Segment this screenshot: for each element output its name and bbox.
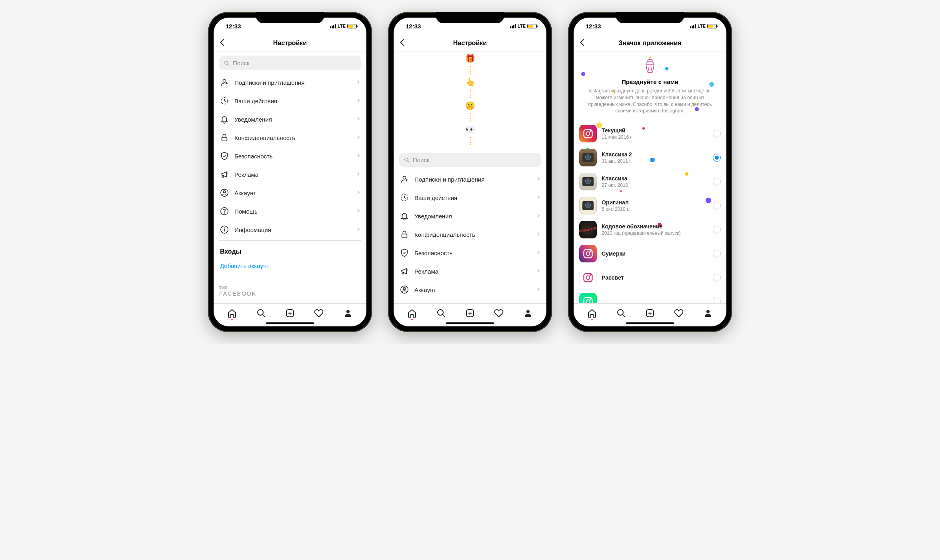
bottom-nav xyxy=(214,303,366,322)
radio-button[interactable] xyxy=(713,298,721,303)
svg-line-15 xyxy=(262,314,265,317)
back-button[interactable] xyxy=(399,38,405,48)
icon-info: Текущий11 мая 2016 г. xyxy=(602,127,708,140)
nav-heart-icon[interactable] xyxy=(674,308,684,318)
menu-item-shield[interactable]: Безопасность xyxy=(219,147,361,165)
search-input[interactable]: Поиск xyxy=(399,153,541,167)
svg-rect-6 xyxy=(222,137,227,141)
chevron-right-icon xyxy=(537,250,540,256)
content[interactable]: Празднуйте с нами Instagram празднует де… xyxy=(574,52,726,303)
bottom-area xyxy=(574,303,726,326)
celebrate-title: Празднуйте с нами xyxy=(582,78,718,85)
icon-option-row[interactable]: Классика27 окт. 2010 xyxy=(579,170,721,194)
chevron-right-icon xyxy=(537,286,540,293)
radio-button[interactable] xyxy=(713,130,721,138)
icon-info: Рассвет xyxy=(602,274,708,281)
add-account-button[interactable]: Добавить аккаунт xyxy=(219,258,361,273)
chevron-right-icon xyxy=(357,208,360,214)
shush-emoji: 🤫 xyxy=(465,101,475,110)
menu-label: Подписки и приглашения xyxy=(414,176,531,183)
radio-button[interactable] xyxy=(713,250,721,258)
nav-profile-icon[interactable] xyxy=(703,308,713,318)
network-label: LTE xyxy=(698,24,706,28)
menu-item-user-circle[interactable]: Аккаунт xyxy=(399,280,541,299)
icon-option-row[interactable]: Текущий11 мая 2016 г. xyxy=(579,122,721,146)
nav-header: Настройки xyxy=(214,34,366,52)
svg-point-20 xyxy=(405,158,408,161)
menu-item-info[interactable]: Информация xyxy=(219,220,361,239)
icon-option-row[interactable]: Классика 231 авг. 2011 г. xyxy=(579,146,721,170)
logins-section-title: Входы xyxy=(219,242,361,258)
activity-icon xyxy=(400,193,409,202)
menu-item-megaphone[interactable]: Реклама xyxy=(219,165,361,184)
nav-add-icon[interactable] xyxy=(465,308,475,318)
content[interactable]: Поиск Подписки и приглашенияВаши действи… xyxy=(214,52,366,303)
nav-search-icon[interactable] xyxy=(436,308,446,318)
nav-home-icon[interactable] xyxy=(227,308,237,318)
icon-option-row[interactable]: Оригинал6 окт. 2010 г. xyxy=(579,194,721,218)
nav-profile-icon[interactable] xyxy=(343,308,353,318)
chevron-right-icon xyxy=(537,213,540,219)
svg-point-2 xyxy=(223,80,226,82)
menu-label: Реклама xyxy=(414,268,531,275)
menu-item-activity[interactable]: Ваши действия xyxy=(399,188,541,207)
menu-label: Ваши действия xyxy=(414,194,531,201)
icon-name: Сумерки xyxy=(602,250,708,257)
radio-button[interactable] xyxy=(713,202,721,210)
svg-point-46 xyxy=(590,131,591,132)
menu-item-activity[interactable]: Ваши действия xyxy=(219,92,361,110)
svg-line-43 xyxy=(651,66,652,71)
radio-button[interactable] xyxy=(713,178,721,186)
search-icon xyxy=(404,157,410,163)
icon-option-row[interactable]: CODENAMEКодовое обозначение2010 год (пре… xyxy=(579,218,721,242)
help-icon xyxy=(220,207,229,216)
svg-point-54 xyxy=(586,300,590,303)
menu-item-megaphone[interactable]: Реклама xyxy=(399,262,541,280)
menu-item-shield[interactable]: Безопасность xyxy=(399,244,541,262)
app-icon-preview xyxy=(579,125,597,142)
megaphone-icon xyxy=(400,267,409,276)
emoji-easter-egg[interactable]: 🎁 👆 🤫 👀 xyxy=(399,52,541,153)
svg-point-61 xyxy=(706,310,710,313)
celebrate-header: Празднуйте с нами Instagram празднует де… xyxy=(579,56,721,114)
menu-item-bell[interactable]: Уведомления xyxy=(399,207,541,225)
nav-profile-icon[interactable] xyxy=(523,308,533,318)
menu-item-lock[interactable]: Конфиденциальность xyxy=(219,128,361,147)
menu-item-user-plus[interactable]: Подписки и приглашения xyxy=(399,170,541,188)
menu-item-user-circle[interactable]: Аккаунт xyxy=(219,184,361,202)
content[interactable]: 🎁 👆 🤫 👀 Поиск Подписки и приглашенияВаши… xyxy=(394,52,546,303)
chevron-right-icon xyxy=(357,134,360,141)
menu-item-bell[interactable]: Уведомления xyxy=(219,110,361,128)
chevron-right-icon xyxy=(357,79,360,86)
nav-heart-icon[interactable] xyxy=(494,308,504,318)
radio-button[interactable] xyxy=(713,274,721,282)
status-time: 12:33 xyxy=(226,23,241,30)
nav-search-icon[interactable] xyxy=(256,308,266,318)
nav-search-icon[interactable] xyxy=(616,308,626,318)
phone-2: 12:33 LTE Настройки 🎁 👆 🤫 👀 xyxy=(388,12,552,332)
nav-heart-icon[interactable] xyxy=(314,308,324,318)
bottom-nav xyxy=(394,303,546,322)
menu-item-help[interactable]: Помощь xyxy=(399,299,541,303)
svg-point-48 xyxy=(586,252,590,256)
search-input[interactable]: Поиск xyxy=(219,56,361,70)
nav-add-icon[interactable] xyxy=(285,308,295,318)
icon-option-row[interactable]: Рассвет xyxy=(579,266,721,290)
svg-point-51 xyxy=(586,276,590,280)
nav-home-icon[interactable] xyxy=(407,308,417,318)
radio-button[interactable] xyxy=(713,154,721,162)
back-button[interactable] xyxy=(219,38,225,48)
app-icon-preview xyxy=(579,173,597,190)
nav-add-icon[interactable] xyxy=(645,308,655,318)
nav-header: Значок приложения xyxy=(574,34,726,52)
page-title: Настройки xyxy=(273,40,307,47)
app-icon-preview xyxy=(579,245,597,262)
menu-item-lock[interactable]: Конфиденциальность xyxy=(399,225,541,244)
menu-item-user-plus[interactable]: Подписки и приглашения xyxy=(219,73,361,92)
radio-button[interactable] xyxy=(713,226,721,234)
back-button[interactable] xyxy=(579,38,585,48)
menu-item-help[interactable]: Помощь xyxy=(219,202,361,220)
icon-option-row[interactable] xyxy=(579,290,721,303)
icon-option-row[interactable]: Сумерки xyxy=(579,242,721,266)
nav-home-icon[interactable] xyxy=(587,308,597,318)
